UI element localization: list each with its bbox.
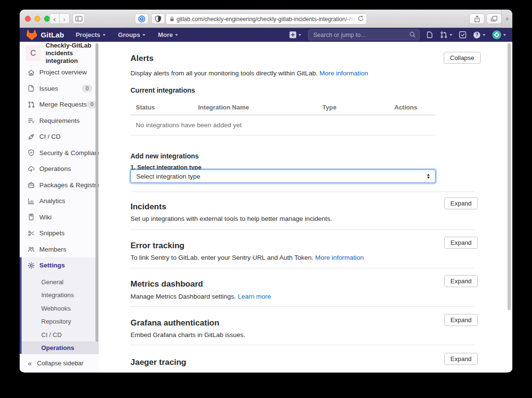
settings-sub-operations[interactable]: Operations: [22, 341, 99, 355]
collapse-sidebar-label: Collapse sidebar: [37, 360, 83, 367]
plus-square-icon: [289, 31, 296, 38]
settings-sub-webhooks[interactable]: Webhooks: [22, 302, 99, 315]
grafana-description: Embed Grafana charts in GitLab issues.: [130, 331, 245, 339]
gitlab-brand-label: GitLab: [41, 31, 64, 39]
sidebar-item-snippets[interactable]: Snippets: [20, 225, 99, 241]
menu-projects-label: Projects: [76, 31, 100, 38]
sidebar-item-packages-registries[interactable]: Packages & Registries: [20, 177, 99, 193]
section-divider: [130, 306, 475, 307]
issues-nav-button[interactable]: [426, 31, 433, 38]
chevron-down-icon: [449, 34, 452, 36]
shield-check-icon: [27, 149, 35, 157]
new-menu-button[interactable]: [289, 31, 301, 38]
column-actions: Actions: [394, 104, 417, 111]
sidebar-toggle-icon: [75, 16, 83, 22]
sidebar-item-label: Wiki: [39, 214, 92, 221]
sidebar-item-operations[interactable]: Operations: [20, 161, 99, 177]
collapse-sidebar-button[interactable]: « Collapse sidebar: [20, 354, 99, 372]
error-tracking-expand-button[interactable]: Expand: [444, 237, 478, 249]
tab-overview-button[interactable]: [486, 13, 502, 24]
share-button[interactable]: [469, 13, 485, 24]
menu-groups[interactable]: Groups: [118, 31, 145, 38]
issues-count-badge: 0: [82, 84, 92, 92]
grafana-expand-button[interactable]: Expand: [444, 314, 478, 326]
sidebar-item-requirements[interactable]: Requirements: [20, 113, 99, 129]
sidebar-item-analytics[interactable]: Analytics: [20, 193, 99, 209]
error-tracking-description: To link Sentry to GitLab, enter your Sen…: [130, 253, 364, 262]
project-avatar: C: [25, 46, 41, 61]
browser-sidebar-toggle-button[interactable]: [72, 13, 85, 24]
chevron-down-icon: [103, 34, 106, 36]
minimize-window-button[interactable]: [35, 16, 40, 22]
metrics-dashboard-learn-more-link[interactable]: Learn more: [238, 293, 271, 300]
integration-type-select-value: Select integration type: [136, 173, 201, 180]
navbar-menu: Projects Groups More: [76, 31, 178, 38]
sidebar-item-project-overview[interactable]: Project overview: [20, 64, 99, 81]
incidents-expand-button[interactable]: Expand: [444, 197, 478, 209]
share-icon: [474, 15, 480, 23]
sidebar-item-wiki[interactable]: Wiki: [20, 209, 99, 226]
sidebar-item-merge-requests[interactable]: Merge Requests 0: [20, 96, 99, 113]
reload-button[interactable]: [358, 15, 364, 22]
merge-requests-nav-button[interactable]: [440, 31, 452, 38]
search-input[interactable]: [308, 29, 420, 40]
page-scrollbar[interactable]: [508, 43, 511, 310]
sidebar-item-ci-cd[interactable]: CI / CD: [20, 129, 99, 145]
metrics-dashboard-description-text: Manage Metrics Dashboard settings.: [130, 293, 236, 300]
package-icon: [27, 181, 35, 189]
gitlab-brand[interactable]: GitLab: [26, 30, 64, 40]
search-wrap: [308, 29, 420, 40]
settings-sub-repository[interactable]: Repository: [22, 315, 99, 328]
metrics-dashboard-description: Manage Metrics Dashboard settings. Learn…: [130, 292, 271, 301]
url-bar[interactable]: gitlab.com/checkly-engineering/checkly-g…: [166, 13, 367, 24]
sidebar-item-label: Requirements: [39, 117, 92, 124]
alerts-collapse-button[interactable]: Collapse: [444, 52, 481, 64]
settings-sub-integrations[interactable]: Integrations: [22, 289, 99, 302]
menu-projects[interactable]: Projects: [76, 31, 106, 38]
error-tracking-description-text: To link Sentry to GitLab, enter your Sen…: [130, 254, 313, 261]
user-menu-button[interactable]: [492, 30, 506, 39]
settings-sub-ci-cd[interactable]: CI / CD: [22, 328, 99, 342]
chevron-down-icon: [142, 34, 145, 36]
current-integrations-title: Current integrations: [130, 86, 195, 94]
users-icon: [27, 245, 35, 253]
sidebar-item-issues[interactable]: Issues 0: [20, 81, 99, 97]
shield-extension-button[interactable]: [151, 13, 165, 24]
error-tracking-more-information-link[interactable]: More information: [315, 254, 364, 261]
forward-button[interactable]: ›: [59, 13, 70, 24]
main-content: Alerts Collapse Display alerts from all …: [99, 42, 512, 372]
back-button[interactable]: ‹: [49, 13, 59, 24]
alerts-more-information-link[interactable]: More information: [319, 70, 368, 77]
settings-sub-general[interactable]: General: [22, 276, 99, 289]
menu-more[interactable]: More: [158, 31, 178, 38]
metrics-dashboard-expand-button[interactable]: Expand: [444, 275, 478, 287]
navbar-right: ?: [289, 29, 506, 40]
issues-icon: [426, 31, 433, 38]
jaeger-expand-button[interactable]: Expand: [444, 353, 478, 365]
scissors-icon: [27, 229, 35, 237]
project-name: Checkly-GitLab incidents integration: [46, 42, 93, 65]
sidebar-item-security-compliance[interactable]: Security & Compliance: [20, 145, 99, 161]
menu-more-label: More: [158, 31, 173, 38]
section-divider: [130, 268, 475, 268]
book-icon: [27, 213, 35, 221]
gear-icon: [27, 262, 35, 269]
sidebar-scrollbar[interactable]: [95, 43, 98, 342]
sidebar-item-settings[interactable]: Settings: [22, 257, 99, 274]
help-nav-button[interactable]: ?: [473, 31, 485, 39]
sidebar-item-label: Merge Requests: [39, 101, 87, 108]
gitlab-navbar: GitLab Projects Groups More: [20, 28, 512, 42]
close-window-button[interactable]: [25, 16, 31, 22]
sidebar-item-label: CI / CD: [39, 133, 92, 140]
sidebar-item-members[interactable]: Members: [20, 241, 99, 258]
browser-window: ‹ › gitlab.com/checkly-engineering/check…: [20, 10, 512, 373]
new-tab-button[interactable]: +: [501, 10, 512, 28]
chevron-down-icon: [503, 34, 506, 36]
settings-sub-list: General Integrations Webhooks Repository…: [22, 274, 99, 358]
project-context[interactable]: C Checkly-GitLab incidents integration: [20, 42, 99, 64]
todos-nav-button[interactable]: [459, 31, 466, 38]
onepassword-extension-button[interactable]: [135, 13, 149, 24]
integration-type-select[interactable]: Select integration type: [130, 169, 436, 183]
sidebar-item-label: Analytics: [39, 197, 92, 205]
column-status: Status: [136, 104, 155, 111]
